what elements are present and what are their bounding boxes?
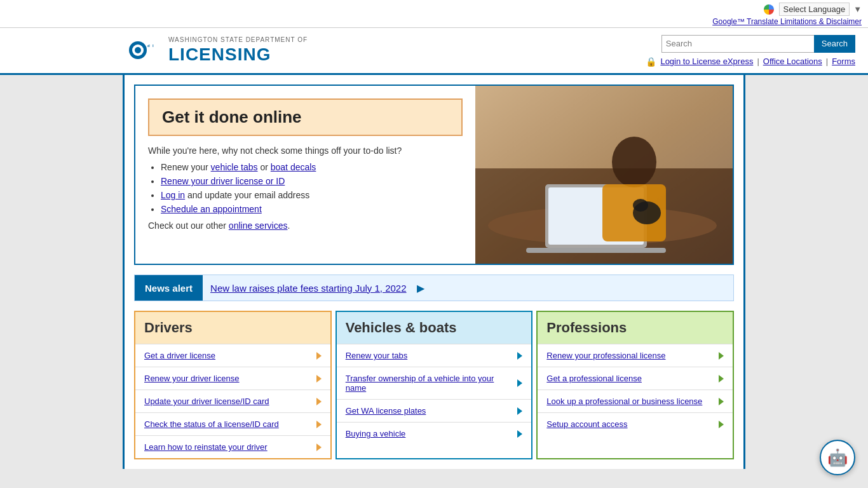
vehicles-arrow-3 bbox=[517, 407, 522, 415]
update-dl-id-label: Update your driver license/ID card bbox=[144, 396, 311, 406]
reinstate-driver-link[interactable]: Learn how to reinstate your driver bbox=[135, 435, 330, 458]
reinstate-driver-label: Learn how to reinstate your driver bbox=[144, 442, 311, 452]
header-links: 🔒 Login to License eXpress | Office Loca… bbox=[646, 57, 855, 67]
svg-point-15 bbox=[633, 199, 648, 212]
professions-arrow-2 bbox=[719, 375, 724, 383]
news-label: News alert bbox=[135, 275, 203, 301]
page-header: d l WASHINGTON STATE DEPARTMENT OF LICEN… bbox=[0, 28, 868, 75]
search-input[interactable] bbox=[661, 35, 814, 53]
main-content: Get it done online While you're here, wh… bbox=[123, 75, 745, 469]
get-driver-license-link[interactable]: Get a driver license bbox=[135, 344, 330, 367]
category-columns: Drivers Get a driver license Renew your … bbox=[134, 311, 734, 459]
translate-disclaimer-link[interactable]: Google™ Translate Limitations & Disclaim… bbox=[712, 17, 862, 26]
get-pro-license-link[interactable]: Get a professional license bbox=[538, 367, 733, 390]
professions-header: Professions bbox=[538, 312, 733, 344]
get-wa-plates-link[interactable]: Get WA license plates bbox=[337, 399, 532, 422]
hero-image bbox=[475, 86, 733, 264]
hero-list-item-1: Renew your vehicle tabs or boat decals bbox=[161, 162, 463, 172]
update-dl-id-link[interactable]: Update your driver license/ID card bbox=[135, 390, 330, 412]
lookup-pro-license-label: Look up a professional or business licen… bbox=[546, 396, 714, 406]
renew-pro-license-label: Renew your professional license bbox=[546, 351, 714, 360]
drivers-arrow-1 bbox=[316, 352, 322, 360]
renew-tabs-label: Renew your tabs bbox=[346, 351, 513, 360]
drivers-header: Drivers bbox=[135, 312, 330, 344]
svg-text:l: l bbox=[153, 44, 154, 48]
check-status-label: Check the status of a license/ID card bbox=[144, 419, 311, 429]
vehicles-arrow-2 bbox=[517, 379, 522, 387]
org-name: LICENSING bbox=[168, 44, 308, 65]
log-in-link[interactable]: Log in bbox=[161, 190, 185, 200]
check-status-link[interactable]: Check the status of a license/ID card bbox=[135, 412, 330, 435]
divider: ▼ bbox=[853, 4, 862, 14]
office-locations-link[interactable]: Office Locations bbox=[763, 57, 822, 66]
svg-rect-6 bbox=[475, 86, 733, 168]
renew-pro-license-link[interactable]: Renew your professional license bbox=[538, 344, 733, 367]
renew-driver-license-link[interactable]: Renew your driver license bbox=[135, 367, 330, 390]
news-arrow-icon: ▶ bbox=[417, 282, 424, 294]
vehicles-header: Vehicles & boats bbox=[337, 312, 532, 344]
professions-column: Professions Renew your professional lice… bbox=[536, 311, 734, 459]
setup-account-label: Setup account access bbox=[546, 419, 714, 429]
renew-driver-license-label: Renew your driver license bbox=[144, 374, 311, 383]
hero-title: Get it done online bbox=[162, 107, 449, 127]
dol-logo-icon[interactable]: d l bbox=[127, 33, 162, 68]
schedule-appt-link[interactable]: Schedule an appointment bbox=[161, 204, 262, 214]
forms-link[interactable]: Forms bbox=[832, 57, 855, 66]
lookup-pro-license-link[interactable]: Look up a professional or business licen… bbox=[538, 390, 733, 412]
transfer-ownership-link[interactable]: Transfer ownership of a vehicle into you… bbox=[337, 367, 532, 399]
vehicles-arrow-1 bbox=[517, 352, 522, 360]
separator1: | bbox=[757, 57, 759, 66]
news-link[interactable]: New law raises plate fees starting July … bbox=[203, 276, 414, 300]
drivers-arrow-5 bbox=[316, 444, 322, 451]
logo-text: WASHINGTON STATE DEPARTMENT OF LICENSING bbox=[168, 36, 308, 65]
news-alert: News alert New law raises plate fees sta… bbox=[134, 274, 734, 301]
get-wa-plates-label: Get WA license plates bbox=[346, 406, 513, 416]
logo-area: d l WASHINGTON STATE DEPARTMENT OF LICEN… bbox=[127, 33, 308, 68]
boat-decals-link[interactable]: boat decals bbox=[271, 162, 316, 172]
transfer-ownership-label: Transfer ownership of a vehicle into you… bbox=[346, 374, 513, 393]
search-button[interactable]: Search bbox=[814, 35, 855, 53]
chatbot-button[interactable]: 🤖 bbox=[820, 440, 855, 475]
hero-photo bbox=[475, 86, 733, 264]
drivers-arrow-2 bbox=[316, 375, 322, 383]
vehicles-arrow-4 bbox=[517, 430, 522, 438]
professions-arrow-3 bbox=[719, 398, 724, 405]
vehicles-column: Vehicles & boats Renew your tabs Transfe… bbox=[336, 311, 533, 459]
professions-arrow-1 bbox=[719, 352, 724, 360]
hero-list-item-3: Log in and update your email address bbox=[161, 190, 463, 200]
svg-point-12 bbox=[612, 137, 656, 187]
svg-rect-11 bbox=[526, 248, 666, 253]
drivers-column: Drivers Get a driver license Renew your … bbox=[134, 311, 332, 459]
svg-point-2 bbox=[135, 47, 141, 53]
select-language-button[interactable]: Select Language bbox=[779, 3, 850, 16]
hero-list-item-2: Renew your driver license or ID bbox=[161, 176, 463, 186]
chatbot-icon: 🤖 bbox=[827, 448, 848, 468]
get-pro-license-label: Get a professional license bbox=[546, 374, 714, 383]
vehicle-tabs-link[interactable]: vehicle tabs bbox=[211, 162, 258, 172]
search-bar: Search bbox=[661, 35, 855, 53]
hero-other: Check out our other online services. bbox=[148, 220, 463, 231]
setup-account-link[interactable]: Setup account access bbox=[538, 412, 733, 435]
login-link[interactable]: Login to License eXpress bbox=[660, 57, 753, 66]
online-services-link[interactable]: online services bbox=[229, 220, 288, 231]
get-driver-license-label: Get a driver license bbox=[144, 351, 311, 360]
renew-tabs-link[interactable]: Renew your tabs bbox=[337, 344, 532, 367]
language-row: Select Language ▼ bbox=[6, 3, 862, 16]
hero-title-box: Get it done online bbox=[148, 98, 463, 136]
svg-text:d: d bbox=[147, 44, 150, 48]
translate-disclaimer-row: Google™ Translate Limitations & Disclaim… bbox=[6, 16, 862, 26]
buying-vehicle-label: Buying a vehicle bbox=[346, 429, 513, 438]
hero-section: Get it done online While you're here, wh… bbox=[134, 85, 734, 265]
hero-desc: While you're here, why not check some th… bbox=[148, 146, 463, 156]
google-g-icon bbox=[764, 4, 774, 15]
dept-label: WASHINGTON STATE DEPARTMENT OF bbox=[168, 36, 308, 44]
drivers-arrow-3 bbox=[316, 398, 322, 405]
header-right: Search 🔒 Login to License eXpress | Offi… bbox=[646, 35, 855, 67]
buying-vehicle-link[interactable]: Buying a vehicle bbox=[337, 422, 532, 445]
hero-text: Get it done online While you're here, wh… bbox=[135, 86, 475, 264]
top-bar: Select Language ▼ Google™ Translate Limi… bbox=[0, 0, 868, 28]
drivers-arrow-4 bbox=[316, 421, 322, 428]
hero-list-item-4: Schedule an appointment bbox=[161, 204, 463, 214]
renew-dl-link[interactable]: Renew your driver license or ID bbox=[161, 176, 285, 186]
separator2: | bbox=[826, 57, 828, 66]
